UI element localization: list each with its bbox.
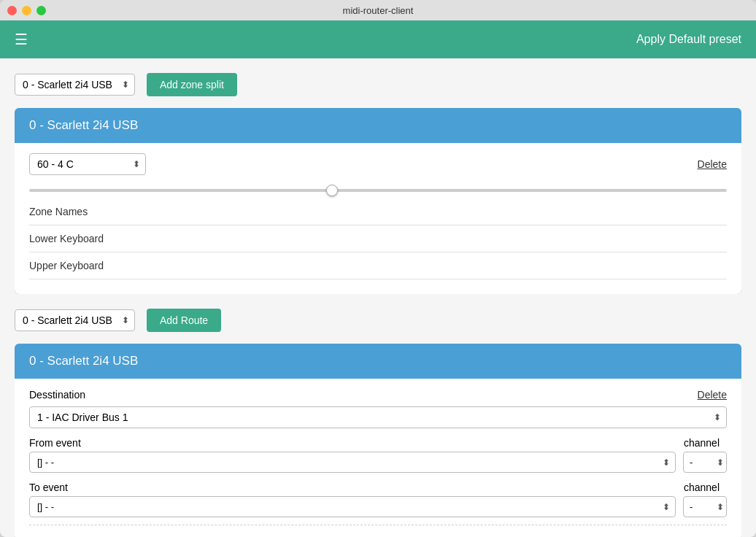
app-header: ☰ Apply Default preset: [0, 20, 756, 58]
top-device-select-wrapper: 0 - Scarlett 2i4 USB 1 - IAC Driver Bus …: [15, 74, 135, 96]
from-channel-select-wrapper: - 1 2: [683, 452, 727, 473]
destination-select-outer: 1 - IAC Driver Bus 1 0 - Scarlett 2i4 US…: [29, 406, 727, 428]
destination-header-row: Desstination Delete: [29, 389, 727, 401]
top-device-select[interactable]: 0 - Scarlett 2i4 USB 1 - IAC Driver Bus …: [15, 74, 135, 96]
title-bar: midi-router-client: [0, 0, 756, 20]
zone-panel-title: 0 - Scarlett 2i4 USB: [15, 108, 741, 143]
to-channel-label: channel: [684, 482, 720, 493]
to-event-controls: [] - - - 1 2: [29, 496, 727, 517]
to-event-select[interactable]: [] - -: [29, 496, 676, 517]
from-event-select[interactable]: [] - -: [29, 452, 676, 473]
from-channel-label: channel: [684, 437, 720, 449]
split-select[interactable]: 60 - 4 C 61 - 4 C# 62 - 4 D: [29, 153, 146, 175]
route-top-controls: 0 - Scarlett 2i4 USB 1 - IAC Driver Bus …: [15, 309, 741, 332]
window-controls[interactable]: [7, 6, 46, 15]
section-divider: [29, 525, 727, 525]
close-button[interactable]: [7, 6, 17, 15]
zone-panel-body: 60 - 4 C 61 - 4 C# 62 - 4 D Delete Zone …: [15, 143, 741, 294]
maximize-button[interactable]: [36, 6, 46, 15]
split-controls: 60 - 4 C 61 - 4 C# 62 - 4 D Delete: [29, 153, 727, 175]
zone-name-upper: Upper Keyboard: [29, 252, 727, 279]
from-event-label: From event: [29, 437, 81, 449]
route-panel: 0 - Scarlett 2i4 USB Desstination Delete…: [15, 344, 741, 537]
destination-label: Desstination: [29, 389, 85, 401]
from-event-controls: [] - - - 1 2: [29, 452, 727, 473]
route-delete-button[interactable]: Delete: [698, 389, 727, 401]
to-channel-select-wrapper: - 1 2: [683, 496, 727, 517]
destination-select[interactable]: 1 - IAC Driver Bus 1 0 - Scarlett 2i4 US…: [29, 406, 727, 428]
top-controls: 0 - Scarlett 2i4 USB 1 - IAC Driver Bus …: [15, 73, 741, 96]
zone-delete-button[interactable]: Delete: [698, 158, 727, 170]
route-device-select[interactable]: 0 - Scarlett 2i4 USB 1 - IAC Driver Bus …: [15, 309, 135, 331]
minimize-button[interactable]: [22, 6, 31, 15]
window-title: midi-router-client: [343, 5, 414, 16]
slider-row: [29, 182, 727, 194]
route-panel-title: 0 - Scarlett 2i4 USB: [15, 344, 741, 379]
route-device-select-wrapper: 0 - Scarlett 2i4 USB 1 - IAC Driver Bus …: [15, 309, 135, 331]
from-channel-select[interactable]: - 1 2: [683, 452, 727, 473]
apply-preset-button[interactable]: Apply Default preset: [636, 33, 741, 46]
to-channel-select[interactable]: - 1 2: [683, 496, 727, 517]
add-route-button[interactable]: Add Route: [147, 309, 221, 332]
from-event-select-wrapper: [] - -: [29, 452, 676, 473]
route-panel-body: Desstination Delete 1 - IAC Driver Bus 1…: [15, 379, 741, 537]
add-zone-split-button[interactable]: Add zone split: [147, 73, 237, 96]
split-select-wrapper: 60 - 4 C 61 - 4 C# 62 - 4 D: [29, 153, 146, 175]
from-event-section: From event channel [] - - - 1: [29, 437, 727, 473]
zone-names-label: Zone Names: [29, 206, 727, 217]
hamburger-icon[interactable]: ☰: [15, 31, 28, 48]
to-event-label: To event: [29, 482, 68, 493]
zone-name-lower: Lower Keyboard: [29, 225, 727, 252]
split-slider[interactable]: [29, 189, 727, 192]
to-event-section: To event channel [] - - - 1: [29, 482, 727, 517]
to-event-select-wrapper: [] - -: [29, 496, 676, 517]
main-content: 0 - Scarlett 2i4 USB 1 - IAC Driver Bus …: [0, 58, 756, 537]
zone-panel: 0 - Scarlett 2i4 USB 60 - 4 C 61 - 4 C# …: [15, 108, 741, 294]
